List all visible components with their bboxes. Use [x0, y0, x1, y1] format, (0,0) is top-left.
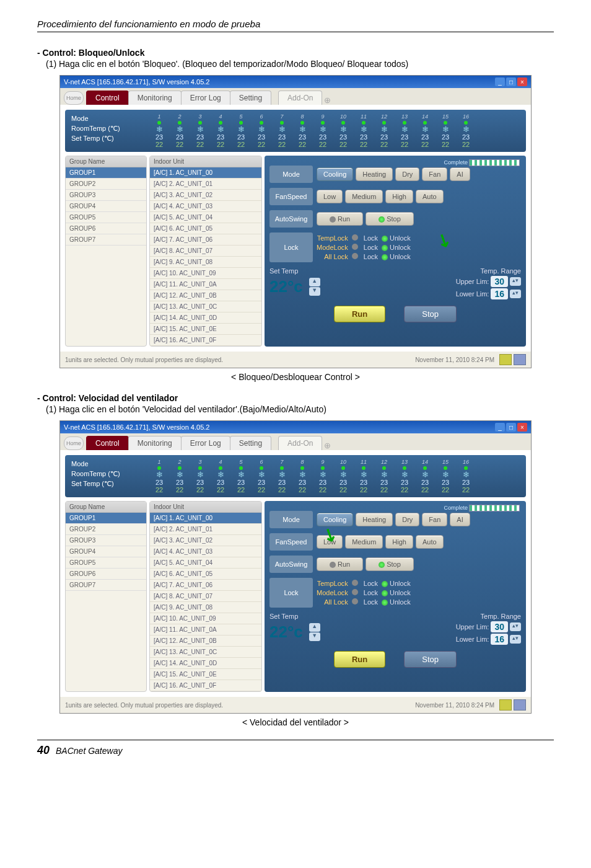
list-item[interactable]: GROUP7	[66, 580, 146, 591]
list-item[interactable]: [A/C] 1. AC_UNIT_00	[150, 167, 261, 179]
lowerlim-arrows[interactable]: ▴▾	[510, 635, 521, 644]
home-button[interactable]: Home	[64, 91, 84, 105]
stop-button[interactable]: Stop	[404, 651, 457, 668]
list-item[interactable]: [A/C] 7. AC_UNIT_06	[150, 234, 261, 246]
list-item[interactable]: [A/C] 13. AC_UNIT_0C	[150, 647, 261, 658]
tab-errorlog[interactable]: Error Log	[181, 436, 230, 450]
modelock-lock[interactable]: Lock	[364, 244, 378, 251]
add-tab-icon[interactable]: ⊕	[324, 95, 331, 105]
fan-high[interactable]: High	[385, 190, 413, 203]
tab-addon[interactable]: Add-On	[278, 91, 322, 105]
list-item[interactable]: GROUP4	[66, 546, 146, 557]
list-item[interactable]: GROUP6	[66, 223, 146, 234]
swing-stop[interactable]: Stop	[366, 557, 414, 571]
list-item[interactable]: [A/C] 14. AC_UNIT_0D	[150, 312, 261, 324]
list-item[interactable]: GROUP5	[66, 557, 146, 569]
close-icon[interactable]: ×	[517, 78, 527, 86]
fan-medium[interactable]: Medium	[345, 535, 383, 549]
minimize-icon[interactable]: _	[495, 423, 505, 432]
temp-up-button[interactable]: ▲	[309, 278, 320, 286]
tab-control[interactable]: Control	[86, 91, 129, 105]
templock-unlock[interactable]: Unlock	[390, 580, 411, 587]
alllock-lock[interactable]: Lock	[364, 598, 378, 606]
list-item[interactable]: [A/C] 10. AC_UNIT_09	[150, 268, 261, 279]
fan-medium[interactable]: Medium	[345, 190, 383, 203]
tab-errorlog[interactable]: Error Log	[181, 91, 230, 105]
list-item[interactable]: GROUP2	[66, 524, 146, 535]
maximize-icon[interactable]: □	[506, 423, 516, 432]
temp-down-button[interactable]: ▼	[309, 287, 320, 296]
list-item[interactable]: [A/C] 6. AC_UNIT_05	[150, 569, 261, 580]
modelock-unlock[interactable]: Unlock	[390, 244, 411, 251]
minimize-icon[interactable]: _	[495, 78, 505, 86]
list-item[interactable]: [A/C] 6. AC_UNIT_05	[150, 223, 261, 234]
list-item[interactable]: [A/C] 12. AC_UNIT_0B	[150, 290, 261, 301]
mode-heating[interactable]: Heating	[356, 167, 393, 181]
close-icon[interactable]: ×	[517, 423, 527, 432]
swing-run[interactable]: Run	[317, 557, 363, 571]
list-item[interactable]: [A/C] 5. AC_UNIT_04	[150, 212, 261, 223]
upperlim-arrows[interactable]: ▴▾	[510, 277, 521, 286]
upperlim-arrows[interactable]: ▴▾	[510, 622, 521, 631]
list-item[interactable]: GROUP2	[66, 179, 146, 190]
fan-high[interactable]: High	[385, 535, 413, 549]
swing-run[interactable]: Run	[317, 212, 363, 226]
tab-setting[interactable]: Setting	[230, 436, 271, 450]
list-item[interactable]: [A/C] 7. AC_UNIT_06	[150, 580, 261, 591]
list-item[interactable]: [A/C] 2. AC_UNIT_01	[150, 524, 261, 535]
list-item[interactable]: GROUP1	[66, 513, 146, 524]
tab-control[interactable]: Control	[86, 436, 129, 450]
list-item[interactable]: [A/C] 8. AC_UNIT_07	[150, 591, 261, 602]
list-item[interactable]: [A/C] 4. AC_UNIT_03	[150, 546, 261, 557]
fan-low[interactable]: Low	[317, 190, 343, 203]
tab-addon[interactable]: Add-On	[278, 436, 322, 450]
maximize-icon[interactable]: □	[506, 78, 516, 86]
list-item[interactable]: [A/C] 16. AC_UNIT_0F	[150, 335, 261, 346]
list-item[interactable]: [A/C] 2. AC_UNIT_01	[150, 179, 261, 190]
tab-monitoring[interactable]: Monitoring	[128, 436, 182, 450]
lowerlim-arrows[interactable]: ▴▾	[510, 290, 521, 298]
list-item[interactable]: [A/C] 1. AC_UNIT_00	[150, 513, 261, 524]
list-item[interactable]: GROUP6	[66, 569, 146, 580]
list-item[interactable]: GROUP5	[66, 212, 146, 223]
list-item[interactable]: [A/C] 5. AC_UNIT_04	[150, 557, 261, 569]
list-item[interactable]: [A/C] 15. AC_UNIT_0E	[150, 669, 261, 680]
add-tab-icon[interactable]: ⊕	[324, 441, 331, 450]
modelock-unlock[interactable]: Unlock	[390, 589, 411, 596]
tab-monitoring[interactable]: Monitoring	[128, 91, 182, 105]
templock-unlock[interactable]: Unlock	[390, 234, 411, 242]
list-item[interactable]: [A/C] 11. AC_UNIT_0A	[150, 624, 261, 636]
list-item[interactable]: [A/C] 13. AC_UNIT_0C	[150, 301, 261, 312]
list-item[interactable]: [A/C] 3. AC_UNIT_02	[150, 190, 261, 201]
fan-low[interactable]: Low	[317, 535, 343, 549]
fan-auto[interactable]: Auto	[416, 535, 444, 549]
temp-down-button[interactable]: ▼	[309, 632, 320, 641]
mode-fan[interactable]: Fan	[422, 167, 447, 181]
mode-heating[interactable]: Heating	[356, 513, 393, 526]
list-item[interactable]: [A/C] 16. AC_UNIT_0F	[150, 680, 261, 691]
swing-stop[interactable]: Stop	[366, 212, 414, 226]
temp-up-button[interactable]: ▲	[309, 623, 320, 632]
list-item[interactable]: GROUP3	[66, 190, 146, 201]
mode-fan[interactable]: Fan	[422, 513, 447, 526]
templock-lock[interactable]: Lock	[364, 234, 378, 242]
list-item[interactable]: GROUP3	[66, 535, 146, 546]
alllock-unlock[interactable]: Unlock	[390, 598, 411, 606]
tab-setting[interactable]: Setting	[230, 91, 271, 105]
alllock-unlock[interactable]: Unlock	[390, 253, 411, 260]
list-item[interactable]: [A/C] 8. AC_UNIT_07	[150, 246, 261, 257]
list-item[interactable]: [A/C] 12. AC_UNIT_0B	[150, 636, 261, 647]
list-item[interactable]: [A/C] 11. AC_UNIT_0A	[150, 279, 261, 290]
run-button[interactable]: Run	[334, 306, 385, 322]
list-item[interactable]: [A/C] 15. AC_UNIT_0E	[150, 324, 261, 335]
run-button[interactable]: Run	[334, 651, 385, 668]
mode-ai[interactable]: AI	[450, 513, 470, 526]
list-item[interactable]: [A/C] 3. AC_UNIT_02	[150, 535, 261, 546]
mode-ai[interactable]: AI	[450, 167, 470, 181]
list-item[interactable]: [A/C] 14. AC_UNIT_0D	[150, 658, 261, 669]
alllock-lock[interactable]: Lock	[364, 253, 378, 260]
mode-dry[interactable]: Dry	[395, 167, 419, 181]
list-item[interactable]: [A/C] 4. AC_UNIT_03	[150, 201, 261, 212]
list-item[interactable]: [A/C] 9. AC_UNIT_08	[150, 257, 261, 268]
modelock-lock[interactable]: Lock	[364, 589, 378, 596]
